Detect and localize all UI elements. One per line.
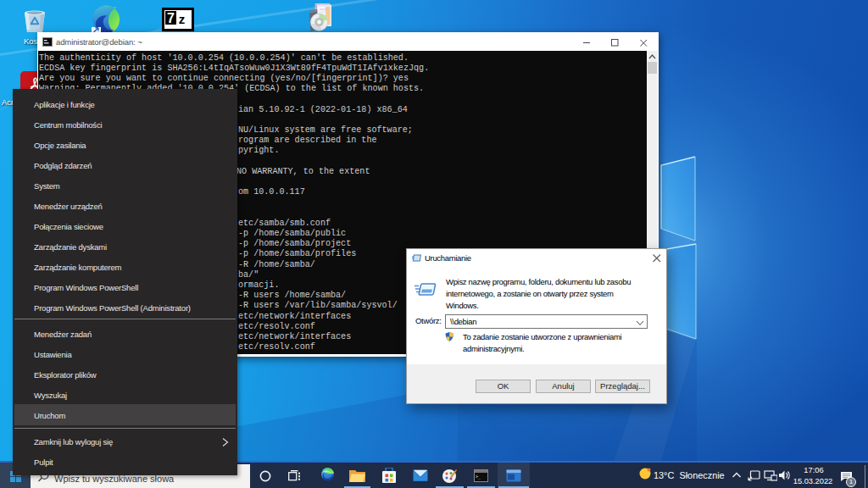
svg-text:>_: >_	[476, 474, 481, 480]
svg-text:7: 7	[167, 11, 175, 25]
svg-text:z: z	[179, 12, 186, 26]
